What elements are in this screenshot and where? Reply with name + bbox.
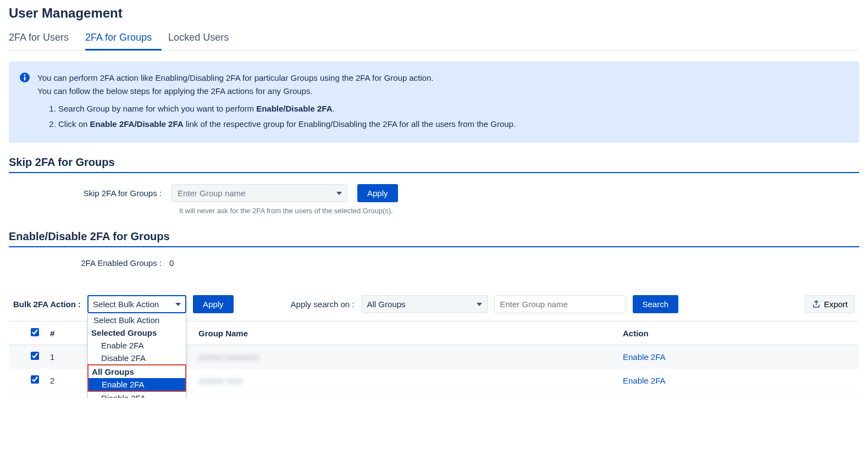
skip-apply-button[interactable]: Apply — [357, 184, 398, 202]
info-line-2: You can follow the below steps for apply… — [37, 85, 516, 98]
row-checkbox[interactable] — [31, 352, 39, 360]
export-button[interactable]: Export — [805, 295, 855, 313]
skip-heading: Skip 2FA for Groups — [9, 156, 859, 169]
bulk-optgroup-all: All Groups — [89, 365, 185, 378]
tabs: 2FA for Users 2FA for Groups Locked User… — [9, 29, 859, 51]
enable-heading: Enable/Disable 2FA for Groups — [9, 230, 859, 243]
row-checkbox[interactable] — [31, 375, 39, 384]
tab-2fa-groups[interactable]: 2FA for Groups — [85, 29, 162, 51]
info-panel: You can perform 2FA action like Enabling… — [9, 62, 859, 143]
info-line-1: You can perform 2FA action like Enabling… — [37, 71, 516, 85]
bulk-optgroup-selected: Selected Groups — [88, 326, 186, 339]
info-step-1: Search Group by name for which you want … — [58, 102, 516, 115]
search-input[interactable] — [494, 295, 626, 313]
enabled-count-value: 0 — [169, 258, 174, 268]
bulk-opt-placeholder[interactable]: Select Bulk Action — [88, 314, 186, 326]
info-step-2: Click on Enable 2FA/Disable 2FA link of … — [58, 118, 516, 131]
skip-label: Skip 2FA for Groups : — [74, 188, 162, 198]
search-button[interactable]: Search — [633, 295, 679, 313]
bulk-opt-selected-disable[interactable]: Disable 2FA — [88, 352, 186, 364]
filter-label: Apply search on : — [291, 299, 355, 309]
tab-locked-users[interactable]: Locked Users — [168, 29, 239, 50]
svg-rect-2 — [24, 77, 26, 81]
row-action-link[interactable]: Enable 2FA — [617, 345, 859, 369]
bulk-action-label: Bulk 2FA Action : — [13, 299, 81, 309]
skip-hint: It will never ask for the 2FA from the u… — [9, 207, 859, 215]
row-group-name: xxxxxx xxxxxxxx — [198, 352, 258, 362]
row-group-name: xxxxxx xxxx — [198, 376, 242, 385]
bulk-opt-selected-enable[interactable]: Enable 2FA — [88, 339, 186, 352]
col-action: Action — [617, 321, 859, 345]
col-group-name: Group Name — [193, 321, 617, 345]
bulk-opt-all-enable[interactable]: Enable 2FA — [89, 378, 185, 391]
page-title: User Management — [9, 5, 859, 21]
bulk-apply-button[interactable]: Apply — [193, 295, 234, 313]
bulk-action-select[interactable]: Select Bulk Action — [87, 295, 186, 313]
bulk-opt-all-disable[interactable]: Disable 2FA — [88, 392, 186, 398]
enabled-count-label: 2FA Enabled Groups : — [74, 258, 162, 268]
select-all-checkbox[interactable] — [31, 328, 39, 336]
export-icon — [812, 300, 821, 309]
row-action-link[interactable]: Enable 2FA — [617, 369, 859, 392]
filter-select[interactable]: All Groups — [361, 295, 488, 313]
info-icon — [20, 73, 30, 82]
svg-point-1 — [24, 75, 26, 76]
skip-group-select[interactable]: Enter Group name — [172, 184, 347, 202]
bulk-action-dropdown: Select Bulk Action Selected Groups Enabl… — [87, 314, 186, 398]
tab-2fa-users[interactable]: 2FA for Users — [9, 29, 79, 50]
